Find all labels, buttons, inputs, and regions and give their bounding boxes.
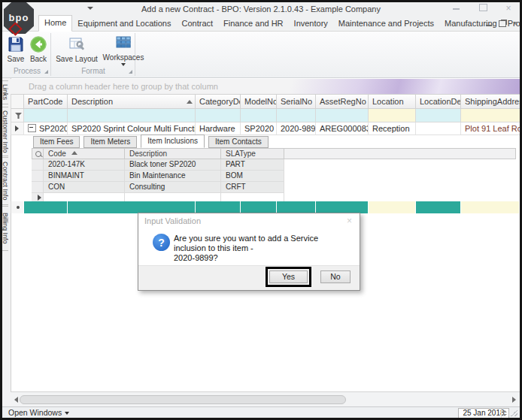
- filter-cell-shippingaddress[interactable]: [461, 109, 520, 122]
- sidebar-item-customer-info[interactable]: Customer Info: [0, 107, 8, 156]
- detail-cell[interactable]: Bin Maintenance: [125, 171, 221, 182]
- new-row-cell-description[interactable]: [68, 201, 196, 213]
- filter-cell-modelno[interactable]: [241, 109, 277, 122]
- cell-assetregno[interactable]: AREG000083: [316, 122, 369, 135]
- new-row-indicator: [11, 201, 24, 213]
- scroll-left-icon[interactable]: [14, 397, 18, 403]
- quick-access-dropdown-icon[interactable]: [87, 7, 93, 10]
- format-group-launcher-icon[interactable]: [129, 70, 132, 74]
- new-row-cell-shippingaddress[interactable]: [461, 201, 519, 213]
- cell-shippingaddress[interactable]: Plot 91 Leaf Road, Fo: [461, 122, 520, 135]
- row-focus-arrow-icon: [15, 125, 19, 131]
- column-header-serialno[interactable]: SerialNo: [277, 94, 316, 109]
- new-row-cell-categorydesc[interactable]: [196, 201, 241, 213]
- group-by-panel[interactable]: Drag a column header here to group by th…: [11, 79, 520, 94]
- sidebar-item-contract-info[interactable]: Contract Info: [0, 157, 8, 205]
- detail-column-code[interactable]: Code: [44, 148, 125, 159]
- detail-cell[interactable]: 2020-147K: [44, 159, 125, 171]
- new-row-cell-location[interactable]: [369, 201, 416, 213]
- cell-partcode[interactable]: SP2020: [24, 122, 68, 135]
- detail-cell[interactable]: BINMAINT: [44, 171, 125, 182]
- mdi-minimize-icon[interactable]: [486, 25, 492, 26]
- tab-maintenance-and-projects[interactable]: Maintenance and Projects: [333, 17, 439, 31]
- scrollbar-thumb[interactable]: [20, 395, 346, 404]
- detail-cell[interactable]: CON: [44, 182, 125, 193]
- search-icon[interactable]: [35, 151, 41, 157]
- column-header-description-label: Description: [71, 97, 113, 106]
- detail-column-description[interactable]: Description: [125, 148, 221, 159]
- title-bar: Add a new Contract - BPO: Version 2.1.0.…: [2, 2, 520, 17]
- cell-description[interactable]: SP2020 Sprint Colour Multi Functional Co…: [68, 122, 196, 135]
- sidebar-item-links[interactable]: Links: [0, 80, 8, 104]
- cell-locationdesc[interactable]: [416, 122, 461, 135]
- filter-cell-categorydesc[interactable]: [196, 109, 241, 122]
- tab-inventory[interactable]: Inventory: [289, 17, 333, 31]
- tab-item-contacts[interactable]: Item Contacts: [208, 136, 269, 148]
- horizontal-scrollbar[interactable]: [11, 391, 520, 407]
- process-group-launcher-icon[interactable]: [44, 70, 48, 74]
- filter-cell-partcode[interactable]: [24, 109, 68, 122]
- detail-cell[interactable]: CRFT: [221, 182, 284, 193]
- mdi-restore-icon[interactable]: [499, 20, 506, 27]
- tab-home[interactable]: Home: [38, 15, 72, 32]
- new-row-arrow-icon: [38, 195, 41, 201]
- column-header-partcode[interactable]: PartCode: [24, 94, 68, 109]
- detail-cell[interactable]: Consulting: [125, 182, 221, 193]
- scroll-right-icon[interactable]: [512, 397, 516, 403]
- ribbon-group-process: Save Back Process: [4, 33, 51, 76]
- workspaces-button[interactable]: Workspaces: [102, 35, 145, 66]
- new-row-cell-modelno[interactable]: [241, 201, 277, 213]
- filter-cell-serialno[interactable]: [277, 109, 316, 122]
- tab-item-fees[interactable]: Item Fees: [33, 136, 80, 148]
- date-spinner[interactable]: [501, 409, 508, 418]
- detail-cell[interactable]: BOM: [221, 171, 284, 182]
- open-windows-button[interactable]: Open Windows: [8, 408, 69, 418]
- column-header-locationdesc[interactable]: LocationDesc: [416, 94, 461, 109]
- filter-cell-assetregno[interactable]: [316, 109, 369, 122]
- mdi-close-icon[interactable]: ×: [513, 20, 517, 27]
- dialog-close-icon[interactable]: ×: [347, 216, 352, 225]
- detail-cell[interactable]: PART: [221, 159, 284, 171]
- save-label: Save: [8, 55, 25, 63]
- save-button[interactable]: Save: [5, 35, 26, 63]
- save-layout-button[interactable]: Save Layout: [55, 35, 99, 63]
- cell-categorydesc[interactable]: Hardware: [196, 122, 241, 135]
- column-header-location[interactable]: Location: [369, 94, 416, 109]
- filter-row-indicator: [11, 109, 24, 122]
- new-row-cell-locationdesc[interactable]: [416, 201, 461, 213]
- tab-contract[interactable]: Contract: [177, 17, 219, 31]
- detail-header-indicator: [32, 148, 44, 159]
- maximize-icon[interactable]: [475, 3, 490, 14]
- filter-cell-description[interactable]: [68, 109, 196, 122]
- resize-grip-icon[interactable]: [511, 409, 517, 416]
- back-button[interactable]: Back: [28, 35, 49, 63]
- cell-modelno[interactable]: SP2020: [241, 122, 277, 135]
- sidebar-item-billing-info[interactable]: Billing Info: [0, 206, 8, 251]
- detail-column-slatype[interactable]: SLAType: [221, 148, 284, 159]
- filter-cell-location[interactable]: [369, 109, 416, 122]
- date-editor[interactable]: 25 Jan 2018: [458, 408, 509, 418]
- column-header-categorydesc[interactable]: CategoryDesc: [196, 94, 241, 109]
- new-row-cell-serialno[interactable]: [277, 201, 316, 213]
- column-header-modelno[interactable]: ModelNo: [241, 94, 277, 109]
- column-header-assetregno[interactable]: AssetRegNo: [316, 94, 369, 109]
- column-header-shippingaddress[interactable]: ShippingAddress: [461, 94, 520, 109]
- no-button[interactable]: No: [320, 270, 351, 283]
- new-row-cell-partcode[interactable]: [24, 201, 68, 213]
- tab-finance-and-hr[interactable]: Finance and HR: [218, 17, 289, 31]
- detail-column-filler: [284, 148, 516, 159]
- collapse-detail-icon[interactable]: [28, 124, 36, 132]
- workspaces-dropdown-icon: [121, 63, 126, 66]
- minimize-icon[interactable]: [448, 3, 463, 14]
- cell-serialno[interactable]: 2020-9899: [277, 122, 316, 135]
- filter-cell-locationdesc[interactable]: [416, 109, 461, 122]
- detail-cell[interactable]: Black toner SP2020: [125, 159, 221, 171]
- new-row-cell-assetregno[interactable]: [316, 201, 369, 213]
- save-layout-label: Save Layout: [56, 55, 98, 63]
- tab-item-inclusions[interactable]: Item Inclusions: [141, 134, 205, 148]
- cell-location[interactable]: Reception: [369, 122, 416, 135]
- tab-item-meters[interactable]: Item Meters: [83, 136, 137, 148]
- close-icon[interactable]: ×: [501, 3, 516, 14]
- column-header-description[interactable]: Description: [68, 94, 196, 109]
- tab-equipment-and-locations[interactable]: Equipment and Locations: [72, 17, 176, 31]
